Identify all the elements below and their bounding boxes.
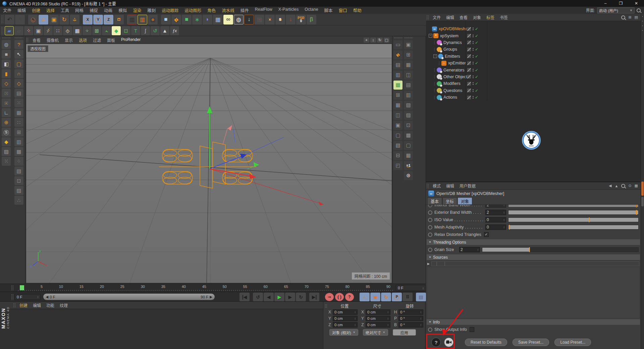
mm-menu-item-编辑[interactable]: 编辑 [30,302,44,308]
param-value-field[interactable]: 0↕ [485,217,506,222]
palette-b-2[interactable]: ▦ [404,60,413,69]
spinner-arrows-icon[interactable]: ↕ [503,226,505,229]
enabled-check-icon[interactable]: ✓ [475,88,478,93]
panel-grip[interactable] [426,184,429,188]
toolbar-grip[interactable] [1,27,3,35]
psr-keyframe-icon[interactable]: PSR0 [296,15,306,24]
om-menu-item-编辑[interactable]: 编辑 [443,14,457,20]
leftbar-grip[interactable] [2,37,11,39]
coords-input[interactable]: 0 °↕ [398,316,423,321]
param-checkbox[interactable] [470,327,474,332]
spinner-arrows-icon[interactable]: ↕ [355,310,356,314]
menu-item-捕捉[interactable]: 捕捉 [87,7,101,13]
keyframe-ring-icon[interactable] [428,205,432,207]
palette-pen-tool[interactable]: ◆╲ [393,50,402,59]
render-active-view[interactable]: ▥ [127,15,137,24]
mm-grip[interactable] [13,303,15,308]
enabled-check-icon[interactable]: ✓ [475,74,478,79]
am-back-icon[interactable]: ◀ [609,184,611,188]
menu-item-脚本[interactable]: 脚本 [321,7,336,13]
enabled-check-icon[interactable]: ✓ [475,81,478,86]
add-light[interactable]: ◍ [234,15,244,24]
enabled-check-icon[interactable]: ✓ [475,34,478,38]
palette-b-3[interactable]: ◫ [404,70,413,80]
scale-tool[interactable]: ▣ [49,15,59,24]
search-icon[interactable] [637,8,641,12]
strip-grip[interactable] [394,37,402,39]
enabled-check-icon[interactable]: ✓ [475,68,478,72]
xp-text-generator[interactable]: T [131,26,140,35]
range-grip[interactable] [11,294,13,300]
om-filter-icon[interactable]: ⊞ [628,15,631,19]
axis-workplane[interactable]: ∟ [2,108,11,117]
add-xparticles-object[interactable]: ∗ [192,15,202,24]
spinner-arrows-icon[interactable]: ↕ [503,218,505,221]
edge-icon-b[interactable]: ▪ [642,20,643,22]
mm-menu-item-功能[interactable]: 功能 [44,302,57,308]
live-selection-tool[interactable]: ◎↖ [28,15,38,24]
editor-visibility-toggle[interactable] [467,61,471,65]
menu-item-Octane[interactable]: Octane [302,7,321,13]
menu-item-工具[interactable]: 工具 [58,7,72,13]
spinner-arrows-icon[interactable]: ↕ [503,205,505,207]
mm-menu-item-创建[interactable]: 创建 [17,302,30,308]
editor-visibility-toggle[interactable] [467,95,471,100]
xp-cubes-orange[interactable]: ▣▪ [34,26,43,35]
select-cursor[interactable]: ↖ [14,50,23,59]
render-visibility-dots[interactable] [473,82,474,85]
xp-dots-cube[interactable]: ⊡ [121,26,130,35]
tree-row-Emitters[interactable]: −Emitters✓ [426,53,641,60]
menu-item-运动图形[interactable]: 运动图形 [181,7,204,13]
toggle-view-icon[interactable]: ▢ [384,38,389,43]
coordinate-system-toggle[interactable]: ■+ [114,15,124,24]
array-h[interactable]: ⁘ [14,157,23,166]
undo-icon[interactable]: ↶ [5,15,14,24]
param-slider[interactable] [482,247,639,252]
menu-item-角色[interactable]: 角色 [204,7,219,13]
help-icon[interactable]: ? [14,40,23,49]
lock-y-axis[interactable]: ◯Y [93,15,103,24]
key-parameter-toggle[interactable]: ◯P [392,293,402,301]
am-lock-icon[interactable]: ⊙ [628,184,631,188]
editor-visibility-toggle[interactable] [467,27,471,31]
expand-arrow-icon[interactable]: ▶ [427,262,431,265]
array-c[interactable]: ▦ [14,108,23,117]
param-slider[interactable] [508,210,639,215]
make-editable[interactable]: ◍ [2,40,11,49]
tree-row-Actions[interactable]: ┆Actions✓ [426,94,641,101]
strip-grip[interactable] [404,37,413,39]
texture-mode[interactable]: ◧ [2,59,11,68]
param-value-field[interactable]: 2↕ [485,210,506,215]
paint-tool[interactable]: ◆ [2,137,11,146]
editor-visibility-toggle[interactable] [467,40,471,45]
edge-tab[interactable] [641,197,644,206]
tab-基本[interactable]: 基本 [427,197,442,204]
save-preset-button[interactable]: Save Preset... [513,339,549,346]
lock-x-axis[interactable]: ◯X [83,15,93,24]
coords-dropdown-对象 (相对)[interactable]: 对象 (相对)▼ [329,329,358,336]
menu-item-网格[interactable]: 网格 [72,7,87,13]
play-forwards-button[interactable]: ▶ [274,293,284,301]
om-menu-item-书签[interactable]: 书签 [497,14,511,20]
palette-a-7[interactable]: ◫ [393,111,402,120]
viewport-menu-item-查看[interactable]: 查看 [30,37,44,43]
spinner-arrows-icon[interactable]: ↕ [420,317,422,320]
view-label[interactable]: 透视视图 [28,45,48,52]
tree-row-Other Objects[interactable]: ┆Other Objects✓ [426,73,641,80]
render-settings[interactable]: ▥⊛ [148,15,158,24]
render-visibility-dots[interactable] [473,89,474,92]
xparticles-system[interactable]: ×● [265,15,275,24]
current-frame-field[interactable]: 0 F↕ [15,294,41,300]
redo-icon[interactable]: ↷ [15,15,25,24]
keyframe-ring-icon[interactable] [428,210,432,215]
minimize-button[interactable]: – [598,0,613,7]
timeline-mode-button[interactable]: ▤ [416,293,426,301]
viewport-menu-item-摄像机[interactable]: 摄像机 [44,37,62,43]
menu-item-动画[interactable]: 动画 [101,7,115,13]
coords-grip[interactable] [325,304,327,308]
menu-item-X-Particles[interactable]: X-Particles [275,7,302,13]
viewport-grip[interactable] [26,38,28,42]
om-search-icon[interactable] [621,15,625,19]
edge-icon-a[interactable]: ▪ [642,15,643,17]
points-mode[interactable]: ◇ [2,79,11,88]
